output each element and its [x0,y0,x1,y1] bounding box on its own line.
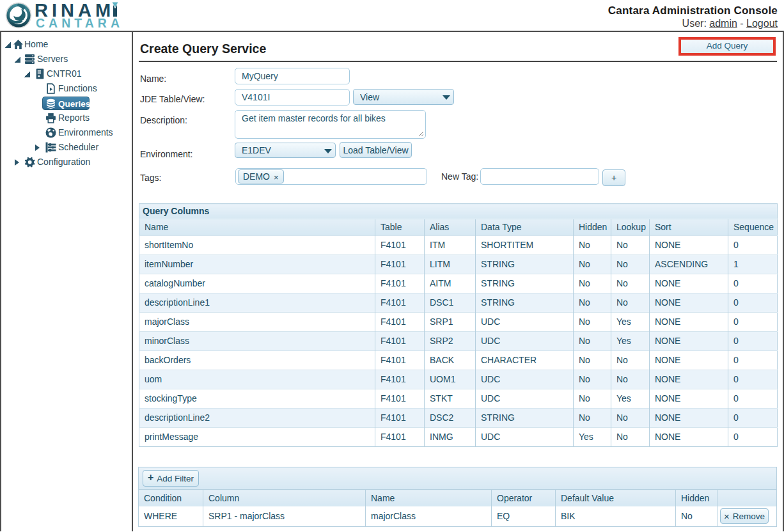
svg-text:CANTARA: CANTARA [36,16,123,29]
